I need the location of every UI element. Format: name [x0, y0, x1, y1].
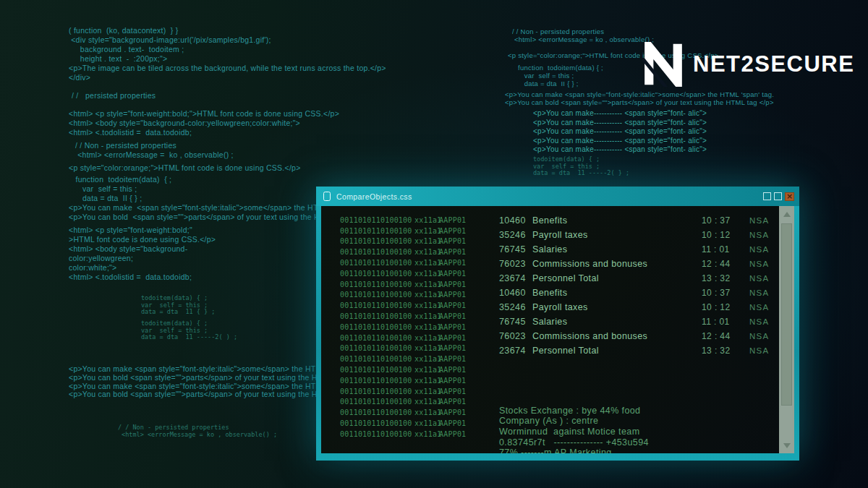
- scrollbar[interactable]: [779, 206, 794, 453]
- binary-tag: AAPP01: [439, 398, 466, 406]
- ledger-label: Commissions and bonuses: [532, 259, 702, 269]
- ledger-row: 76023 Commissions and bonuses 12 : 44 NS…: [499, 257, 794, 271]
- bg-code-block-k4: <p>You can make <span style="font-style:…: [505, 90, 774, 106]
- binary-hex: xx11a1: [414, 248, 439, 256]
- stocks-summary: Stocks Exchange : bye 44% foodCompany (A…: [499, 374, 649, 453]
- scrollbar-thumb[interactable]: [781, 223, 792, 406]
- ledger-label: Personnel Total: [532, 273, 702, 283]
- summary-line: Stocks Exchange : bye 44% food: [499, 406, 649, 416]
- minimize-button[interactable]: [763, 192, 771, 200]
- code-line: data = dta II { } ;: [518, 80, 603, 87]
- scroll-up-icon: [783, 212, 791, 217]
- bg-code-block-c: <html> <p style="font-weight:bold;">HTML…: [69, 109, 339, 137]
- close-button[interactable]: ×: [785, 192, 794, 201]
- ledger-label: Personnel Total: [532, 346, 702, 356]
- code-line: <html> <errorMessage = ko , observable()…: [75, 150, 234, 160]
- binary-tag: AAPP01: [439, 216, 466, 224]
- bg-code-block-h1: todoitem(data) { ;var self = this ;data …: [141, 295, 215, 316]
- binary-hex: xx11a1: [414, 216, 439, 224]
- binary-row: 0011010110100100 xx11a1 AAPP01: [340, 226, 466, 236]
- binary-bits: 0011010110100100: [340, 355, 414, 363]
- code-line: <html> <p style="font-weight:bold;">HTML…: [69, 109, 339, 119]
- binary-hex: xx11a1: [414, 227, 439, 235]
- binary-row: 0011010110100100 xx11a1 AAPP01: [340, 364, 466, 375]
- binary-row: 0011010110100100 xx11a1 AAPP01: [340, 386, 466, 397]
- bg-code-block-d: / / Non - persisted properties <html> <e…: [75, 141, 234, 160]
- ledger-label: Commissions and bonuses: [532, 331, 702, 341]
- binary-row: 0011010110100100 xx11a1 AAPP01: [340, 300, 466, 311]
- code-line: <html> <errorMessage = ko , observable()…: [512, 35, 654, 43]
- ledger-time: 10 : 12: [702, 230, 749, 240]
- ledger-time: 10 : 12: [702, 302, 749, 312]
- bg-code-block-k3: function todoitem(data) { ; var self = t…: [518, 64, 603, 87]
- bg-code-block-m: todoitem(data) { ;var self = this ;data …: [533, 156, 629, 177]
- ledger-amount: 10460: [499, 288, 532, 298]
- binary-row: 0011010110100100 xx11a1 AAPP01: [340, 343, 466, 354]
- binary-bits: 0011010110100100: [340, 430, 414, 438]
- bg-code-block-k1: / / Non - persisted properties <html> <e…: [512, 27, 654, 43]
- binary-hex: xx11a1: [414, 334, 439, 342]
- ledger-row: 76745 Salaries 11 : 01 NSA: [499, 314, 794, 329]
- ledger-amount: 23674: [499, 273, 532, 283]
- binary-hex: xx11a1: [414, 377, 439, 385]
- window-titlebar[interactable]: CompareObjects.css ×: [316, 187, 799, 206]
- maximize-button[interactable]: [774, 192, 782, 200]
- binary-row: 0011010110100100 xx11a1 AAPP01: [340, 279, 466, 290]
- ledger-time: 13 : 32: [702, 346, 749, 356]
- binary-hex: xx11a1: [414, 355, 439, 363]
- ledger-time: 12 : 44: [702, 331, 749, 341]
- ledger-amount: 76023: [499, 259, 532, 269]
- code-line: <p>You can bold <span style="">parts</sp…: [69, 390, 353, 399]
- ledger-time: 11 : 01: [702, 317, 749, 327]
- brand-logo: NET2SECURE: [642, 42, 854, 87]
- binary-bits: 0011010110100100: [340, 408, 414, 416]
- binary-hex: xx11a1: [414, 344, 439, 352]
- binary-tag: AAPP01: [439, 237, 466, 245]
- code-line: <p>The image can be tiled across the bac…: [69, 64, 386, 73]
- window-title: CompareObjects.css: [336, 192, 412, 201]
- binary-row: 0011010110100100 xx11a1 AAPP01: [340, 407, 466, 418]
- binary-bits: 0011010110100100: [340, 377, 414, 385]
- code-line: <html> <errorMessage = ko , observable()…: [118, 432, 277, 439]
- binary-tag: AAPP01: [439, 344, 466, 352]
- binary-tag: AAPP01: [439, 281, 466, 288]
- binary-tag: AAPP01: [439, 270, 466, 278]
- close-icon: ×: [786, 192, 793, 200]
- binary-tag: AAPP01: [439, 291, 466, 299]
- scroll-up-button[interactable]: [779, 207, 794, 221]
- document-icon: [323, 192, 331, 201]
- binary-bits: 0011010110100100: [340, 334, 414, 342]
- binary-row: 0011010110100100 xx11a1 AAPP01: [340, 215, 466, 226]
- binary-bits: 0011010110100100: [340, 216, 414, 224]
- desktop-background: ( function (ko, datacontext) } } <div st…: [0, 0, 868, 488]
- code-line: background . text- todoitem ;: [69, 45, 386, 54]
- binary-row: 0011010110100100 xx11a1 AAPP01: [340, 236, 466, 247]
- binary-bits: 0011010110100100: [340, 419, 414, 427]
- binary-tag: AAPP01: [439, 355, 466, 363]
- scroll-down-button[interactable]: [779, 439, 794, 452]
- binary-bits: 0011010110100100: [340, 312, 414, 320]
- bg-code-block-j: / / Non - persisted properties <html> <e…: [118, 424, 277, 438]
- ledger-label: Salaries: [532, 317, 702, 327]
- code-line: >HTML font code is done using CSS.</p>: [69, 235, 216, 244]
- binary-hex: xx11a1: [414, 301, 439, 309]
- binary-bits: 0011010110100100: [340, 281, 414, 288]
- code-line: color:white;">: [69, 263, 216, 273]
- ledger-row: 23674 Personnel Total 13 : 32 NSA: [499, 343, 794, 358]
- binary-tag: AAPP01: [439, 334, 466, 342]
- binary-hex: xx11a1: [414, 398, 439, 406]
- binary-bits: 0011010110100100: [340, 366, 414, 374]
- code-line: <html> <.todolistid = data.todoidb;: [69, 273, 216, 282]
- binary-hex: xx11a1: [414, 419, 439, 427]
- binary-tag: AAPP01: [439, 259, 466, 267]
- ledger-amount: 35246: [499, 302, 532, 312]
- code-line: / / persisted properties: [72, 91, 156, 100]
- binary-tag: AAPP01: [439, 408, 466, 416]
- code-line: var self = this ;: [518, 72, 603, 80]
- binary-tag: AAPP01: [439, 388, 466, 395]
- code-line: function todoitem(data) { ;: [518, 64, 603, 72]
- binary-row: 0011010110100100 xx11a1 AAPP01: [340, 322, 466, 333]
- code-line: / / Non - persisted properties: [512, 27, 654, 35]
- binary-row: 0011010110100100 xx11a1 AAPP01: [340, 311, 466, 322]
- binary-hex: xx11a1: [414, 270, 439, 278]
